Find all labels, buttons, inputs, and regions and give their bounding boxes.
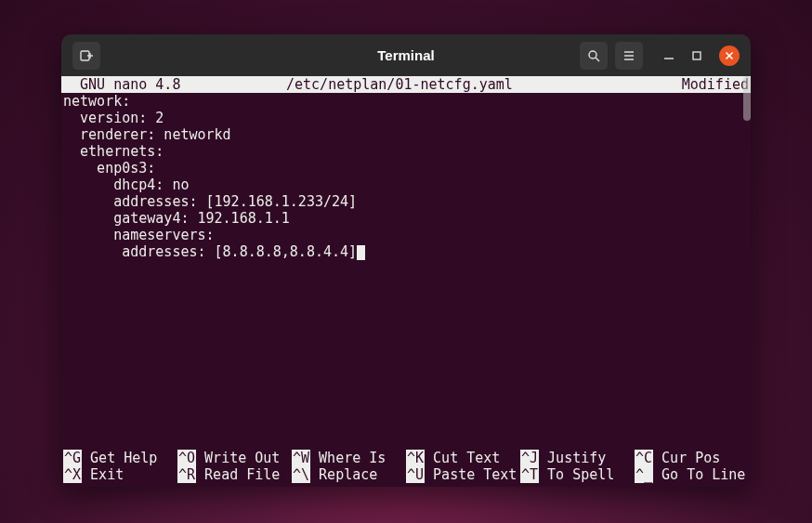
shortcut-go-to-line: ^_ Go To Line [635,466,749,483]
shortcut-write-out: ^O Write Out [177,450,292,466]
shortcut-paste-text: ^U Paste Text [406,466,520,483]
nano-filename: /etc/netplan/01-netcfg.yaml [286,76,656,93]
close-button[interactable] [719,46,740,66]
maximize-icon [691,50,702,61]
file-text: network: version: 2 renderer: networkd e… [63,93,357,260]
hamburger-icon [622,49,635,62]
nano-version: GNU nano 4.8 [63,76,286,93]
shortcut-cut-text: ^K Cut Text [406,450,520,466]
minimize-button[interactable] [663,50,674,61]
svg-rect-9 [693,52,701,59]
new-tab-button[interactable] [72,42,100,70]
titlebar-actions [580,42,740,70]
shortcut-justify: ^J Justify [520,450,635,466]
titlebar[interactable]: Terminal [61,34,751,76]
maximize-button[interactable] [691,50,702,61]
shortcut-to-spell: ^T To Spell [520,466,635,483]
window-controls [663,46,740,66]
menu-button[interactable] [615,42,643,70]
shortcut-replace: ^\ Replace [292,466,406,483]
terminal-window: Terminal [61,34,751,487]
svg-line-4 [596,58,599,61]
close-icon [725,51,734,60]
shortcut-get-help: ^G Get Help [63,450,177,466]
terminal-body[interactable]: GNU nano 4.8 /etc/netplan/01-netcfg.yaml… [61,76,751,487]
nano-shortcut-bar: ^G Get Help ^O Write Out ^W Where Is ^K … [61,450,751,487]
minimize-icon [663,50,674,61]
text-cursor [357,245,365,260]
shortcut-read-file: ^R Read File [177,466,292,483]
nano-header-bar: GNU nano 4.8 /etc/netplan/01-netcfg.yaml… [61,76,751,93]
search-button[interactable] [580,42,608,70]
shortcut-where-is: ^W Where Is [292,450,406,466]
new-tab-icon [79,48,94,63]
svg-point-3 [589,51,596,59]
shortcut-exit: ^X Exit [63,466,177,483]
search-icon [587,49,600,62]
editor-content[interactable]: network: version: 2 renderer: networkd e… [61,93,751,450]
shortcut-cur-pos: ^C Cur Pos [635,450,749,466]
nano-modified-status: Modified [656,76,749,93]
scrollbar-thumb[interactable] [743,76,751,121]
